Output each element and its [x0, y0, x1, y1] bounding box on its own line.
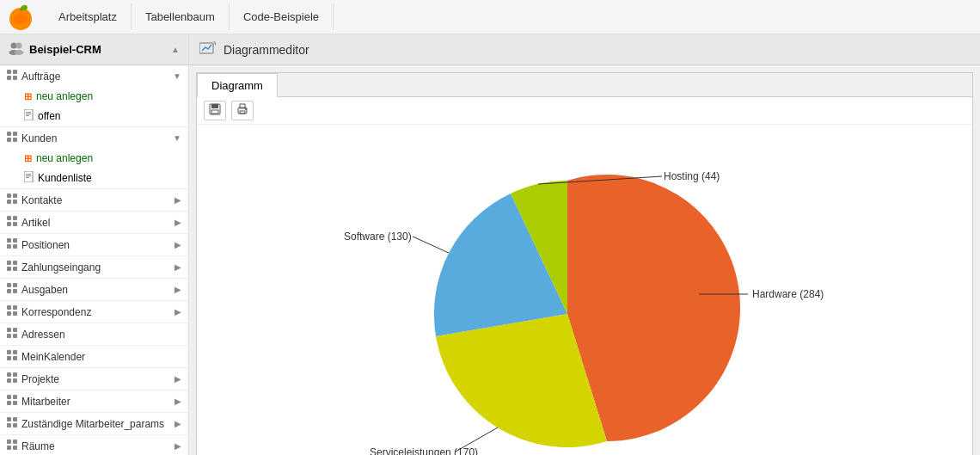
nav-item-tabellenbaum[interactable]: Tabellenbaum: [132, 3, 230, 30]
sidebar-item-mitarbeiter[interactable]: Mitarbeiter ▶: [0, 390, 188, 412]
main-layout: Beispiel-CRM ▲ Aufträge ▼ ⊞ neu anlegen: [0, 34, 980, 455]
svg-point-1: [14, 14, 28, 24]
sidebar-title: Beispiel-CRM: [29, 43, 101, 56]
sub-item-kundenliste[interactable]: Kundenliste: [0, 168, 188, 188]
svg-rect-44: [13, 305, 17, 310]
doc-icon-offen: [24, 109, 34, 123]
svg-rect-56: [13, 372, 17, 377]
section-ausgaben: Ausgaben ▶: [0, 279, 188, 301]
svg-rect-54: [13, 356, 17, 360]
svg-rect-16: [13, 132, 17, 136]
svg-rect-23: [7, 194, 11, 198]
svg-rect-12: [26, 112, 31, 113]
svg-rect-78: [240, 111, 245, 114]
svg-rect-15: [7, 132, 11, 136]
svg-rect-11: [24, 109, 33, 120]
svg-rect-43: [7, 305, 11, 310]
sidebar-item-kunden[interactable]: Kunden ▼: [0, 127, 188, 149]
svg-rect-36: [13, 261, 17, 265]
svg-point-3: [11, 43, 17, 49]
svg-rect-7: [7, 70, 11, 74]
software-label: Software (130): [344, 231, 412, 243]
sub-item-auftraege-offen[interactable]: offen: [0, 106, 188, 126]
positionen-arrow: ▶: [175, 240, 181, 249]
sub-item-auftraege-neu[interactable]: ⊞ neu anlegen: [0, 87, 188, 106]
section-kontakte: Kontakte ▶: [0, 189, 188, 212]
svg-rect-40: [13, 283, 17, 287]
sidebar-item-meinkalender[interactable]: MeinKalender: [0, 346, 188, 367]
adressen-label: Adressen: [21, 329, 65, 341]
ausgaben-arrow: ▶: [175, 285, 181, 294]
svg-rect-69: [7, 446, 11, 450]
nav-item-code-beispiele[interactable]: Code-Beispiele: [230, 3, 334, 30]
svg-rect-14: [26, 115, 29, 116]
sidebar-item-zahlungseingang[interactable]: Zahlungseingang ▶: [0, 256, 188, 278]
diagram-editor-icon: [199, 41, 217, 58]
offen-label: offen: [38, 110, 60, 122]
sidebar-item-raeume[interactable]: Räume ▶: [0, 435, 188, 455]
sidebar-collapse-icon[interactable]: ▲: [171, 45, 180, 54]
tab-diagramm[interactable]: Diagramm: [197, 73, 278, 97]
section-meinkalender: MeinKalender: [0, 346, 188, 368]
diagram-tabs: Diagramm: [197, 73, 972, 97]
svg-rect-13: [26, 114, 31, 114]
grid-icon-meinkalender: [7, 350, 17, 363]
zustaendige-label: Zuständige Mitarbeiter_params: [21, 418, 164, 430]
sidebar-header-left: Beispiel-CRM: [9, 41, 101, 58]
svg-rect-59: [7, 395, 11, 399]
svg-rect-75: [211, 110, 218, 114]
sidebar-item-kontakte[interactable]: Kontakte ▶: [0, 189, 188, 211]
sidebar-item-positionen[interactable]: Positionen ▶: [0, 234, 188, 255]
sidebar: Beispiel-CRM ▲ Aufträge ▼ ⊞ neu anlegen: [0, 34, 189, 455]
sidebar-item-ausgaben[interactable]: Ausgaben ▶: [0, 279, 188, 300]
sidebar-item-auftraege[interactable]: Aufträge ▼: [0, 65, 188, 87]
svg-rect-37: [7, 267, 11, 271]
svg-rect-34: [13, 244, 17, 249]
korrespondenz-arrow: ▶: [175, 307, 181, 317]
print-button[interactable]: [231, 101, 254, 120]
sidebar-item-korrespondenz[interactable]: Korrespondenz ▶: [0, 301, 188, 323]
grid-icon-projekte: [7, 372, 17, 385]
zahlungseingang-label: Zahlungseingang: [21, 261, 101, 274]
sidebar-item-adressen[interactable]: Adressen: [0, 323, 188, 345]
grid-icon-artikel: [7, 216, 17, 229]
hardware-label: Hardware (284): [752, 288, 824, 300]
svg-rect-65: [7, 423, 11, 427]
projekte-label: Projekte: [21, 373, 59, 385]
svg-rect-68: [13, 440, 17, 444]
content-area: Diagrammeditor Diagramm: [189, 34, 980, 455]
svg-rect-74: [211, 104, 218, 108]
sidebar-item-artikel[interactable]: Artikel ▶: [0, 212, 188, 233]
section-kunden: Kunden ▼ ⊞ neu anlegen Kundenliste: [0, 127, 188, 189]
svg-rect-8: [13, 70, 17, 74]
svg-rect-66: [13, 423, 17, 427]
svg-rect-53: [7, 356, 11, 360]
sidebar-item-projekte[interactable]: Projekte ▶: [0, 368, 188, 390]
korrespondenz-label: Korrespondenz: [21, 306, 91, 318]
svg-rect-47: [7, 328, 11, 332]
save-button[interactable]: [204, 101, 226, 120]
mitarbeiter-label: Mitarbeiter: [21, 396, 70, 408]
pie-chart-svg: Hardware (284) Serviceleistungen (170) S…: [292, 142, 877, 455]
kunden-neu-label: neu anlegen: [36, 152, 93, 164]
svg-rect-30: [13, 222, 17, 226]
section-projekte: Projekte ▶: [0, 368, 188, 390]
svg-point-4: [16, 43, 22, 49]
svg-rect-38: [13, 267, 17, 271]
serviceleistungen-label: Serviceleistungen (170): [370, 446, 478, 455]
svg-rect-62: [13, 401, 17, 405]
svg-rect-19: [24, 171, 33, 182]
sidebar-item-zustaendige[interactable]: Zuständige Mitarbeiter_params ▶: [0, 413, 188, 434]
nav-items: Arbeitsplatz Tabellenbaum Code-Beispiele: [45, 3, 334, 30]
raeume-label: Räume: [21, 440, 55, 452]
mitarbeiter-arrow: ▶: [175, 397, 181, 406]
nav-item-arbeitsplatz[interactable]: Arbeitsplatz: [45, 3, 132, 30]
sidebar-header[interactable]: Beispiel-CRM ▲: [0, 34, 188, 65]
svg-rect-51: [7, 350, 11, 354]
diagram-panel: Diagramm: [196, 72, 973, 455]
grid-icon-kunden: [7, 132, 17, 144]
software-label-line: [413, 237, 449, 253]
svg-rect-57: [7, 378, 11, 383]
svg-rect-70: [13, 446, 17, 450]
sub-item-kunden-neu[interactable]: ⊞ neu anlegen: [0, 149, 188, 168]
